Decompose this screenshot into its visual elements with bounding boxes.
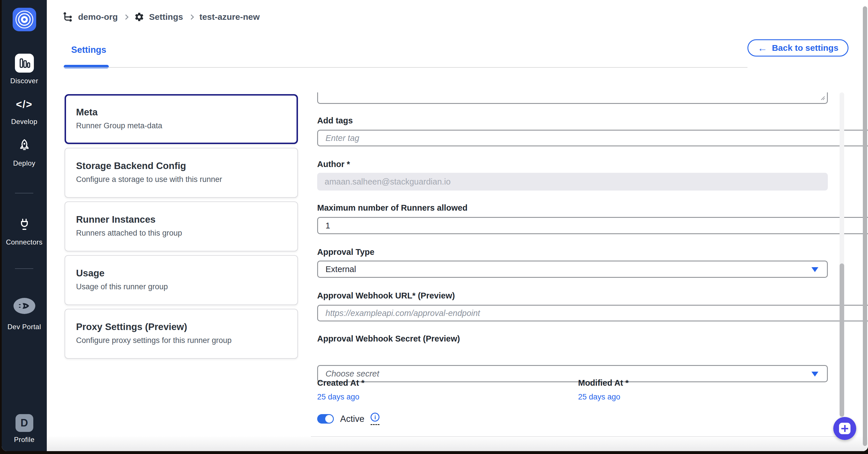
card-proxy-settings[interactable]: Proxy Settings (Preview) Configure proxy… xyxy=(65,309,298,359)
sidebar-label-dev-portal[interactable]: Dev Portal xyxy=(2,323,47,331)
sidebar-item-profile[interactable]: D xyxy=(2,414,47,432)
tab-hairline xyxy=(64,67,747,68)
plug-icon xyxy=(18,218,31,234)
card-runner-instances[interactable]: Runner Instances Runners attached to thi… xyxy=(65,201,298,251)
card-meta[interactable]: Meta Runner Group meta-data xyxy=(65,94,298,144)
sidebar-item-connectors[interactable] xyxy=(2,218,47,234)
sidebar-label-discover[interactable]: Discover xyxy=(2,77,47,85)
sidebar-label-develop[interactable]: Develop xyxy=(2,118,47,126)
modified-at-value[interactable]: 25 days ago xyxy=(578,393,620,401)
active-toggle[interactable] xyxy=(317,414,334,424)
card-subtitle: Usage of this runner group xyxy=(76,282,298,291)
description-textarea-clipped[interactable] xyxy=(317,92,828,104)
resize-handle-icon[interactable] xyxy=(820,95,825,102)
add-tags-label: Add tags xyxy=(317,116,828,125)
page: Discover </> Develop Deploy xyxy=(0,0,868,454)
chevron-right-icon xyxy=(189,14,194,20)
sidebar-label-connectors[interactable]: Connectors xyxy=(2,238,47,246)
approval-type-value: External xyxy=(326,265,356,274)
window-scrollbar-thumb[interactable] xyxy=(863,6,867,446)
sidebar: Discover </> Develop Deploy xyxy=(2,0,47,451)
tab-active-underline xyxy=(64,65,109,68)
code-icon: </> xyxy=(16,98,32,110)
add-floating-action-button[interactable] xyxy=(833,417,856,440)
chevron-down-icon xyxy=(811,371,818,377)
rocket-icon xyxy=(18,138,31,154)
author-label: Author * xyxy=(317,160,828,169)
approval-type-label: Approval Type xyxy=(317,247,828,257)
section-card-list: Meta Runner Group meta-data Storage Back… xyxy=(65,94,298,359)
webhook-url-input[interactable] xyxy=(317,305,868,321)
author-field-disabled: amaan.salheen@stackguardian.io xyxy=(317,173,828,191)
sidebar-label-profile[interactable]: Profile xyxy=(2,435,47,444)
bar-chart-icon xyxy=(15,54,34,73)
main-content: demo-org Settings test-azure-new Setting… xyxy=(47,0,868,451)
created-at-value[interactable]: 25 days ago xyxy=(317,393,570,401)
active-label: Active xyxy=(340,414,364,424)
sidebar-divider xyxy=(15,268,33,269)
bottom-gradient xyxy=(47,437,868,451)
info-icon: i xyxy=(371,413,379,422)
card-title: Meta xyxy=(76,107,297,118)
stackguardian-logo-icon xyxy=(12,8,36,31)
tab-settings[interactable]: Settings xyxy=(71,45,106,55)
card-subtitle: Configure proxy settings for this runner… xyxy=(76,336,298,345)
active-info[interactable]: i xyxy=(371,413,379,425)
app-logo[interactable] xyxy=(2,8,47,31)
max-runners-input[interactable] xyxy=(317,217,868,234)
app-window: Discover </> Develop Deploy xyxy=(2,0,868,451)
card-subtitle: Runners attached to this group xyxy=(76,229,298,238)
form-scrollbar-thumb[interactable] xyxy=(840,263,844,417)
sidebar-item-develop[interactable]: </> xyxy=(2,98,47,110)
card-subtitle: Runner Group meta-data xyxy=(76,121,297,130)
webhook-secret-placeholder: Choose secret xyxy=(326,369,379,379)
webhook-url-label: Approval Webhook URL* (Preview) xyxy=(317,291,828,300)
card-subtitle: Configure a storage to use with this run… xyxy=(76,175,298,184)
tag-input[interactable] xyxy=(317,130,868,147)
card-usage[interactable]: Usage Usage of this runner group xyxy=(65,255,298,305)
breadcrumb-org[interactable]: demo-org xyxy=(78,12,118,22)
breadcrumb-settings[interactable]: Settings xyxy=(149,12,183,22)
toggle-knob xyxy=(325,415,333,423)
card-title: Proxy Settings (Preview) xyxy=(76,321,298,332)
chevron-down-icon xyxy=(811,267,818,272)
card-title: Runner Instances xyxy=(76,214,298,225)
author-value: amaan.salheen@stackguardian.io xyxy=(324,177,451,187)
breadcrumb: demo-org Settings test-azure-new xyxy=(63,11,260,22)
left-arrow-icon: ← xyxy=(757,43,767,53)
chevron-right-icon xyxy=(123,14,129,20)
back-to-settings-button[interactable]: ← Back to settings xyxy=(747,39,848,57)
sidebar-label-deploy[interactable]: Deploy xyxy=(2,159,47,167)
gear-icon xyxy=(134,12,144,22)
sidebar-item-deploy[interactable] xyxy=(2,138,47,154)
plus-icon xyxy=(839,423,850,434)
breadcrumb-item: test-azure-new xyxy=(199,12,260,22)
max-runners-label: Maximum number of Runners allowed xyxy=(317,203,828,213)
active-toggle-row: Active i xyxy=(317,413,379,425)
modified-at-label: Modified At * xyxy=(578,378,629,388)
sidebar-divider xyxy=(15,193,33,193)
dev-portal-rocket-icon xyxy=(13,298,35,314)
avatar: D xyxy=(16,414,33,432)
back-button-label: Back to settings xyxy=(772,43,838,53)
webhook-secret-label: Approval Webhook Secret (Preview) xyxy=(317,334,828,344)
org-tree-icon xyxy=(63,11,73,22)
sidebar-item-dev-portal[interactable] xyxy=(2,298,47,314)
card-title: Storage Backend Config xyxy=(76,160,298,171)
created-at-label: Created At * xyxy=(317,378,570,388)
approval-type-select[interactable]: External xyxy=(317,261,828,278)
card-storage-backend[interactable]: Storage Backend Config Configure a stora… xyxy=(65,148,298,198)
card-title: Usage xyxy=(76,268,298,279)
sidebar-item-discover[interactable] xyxy=(2,54,47,73)
